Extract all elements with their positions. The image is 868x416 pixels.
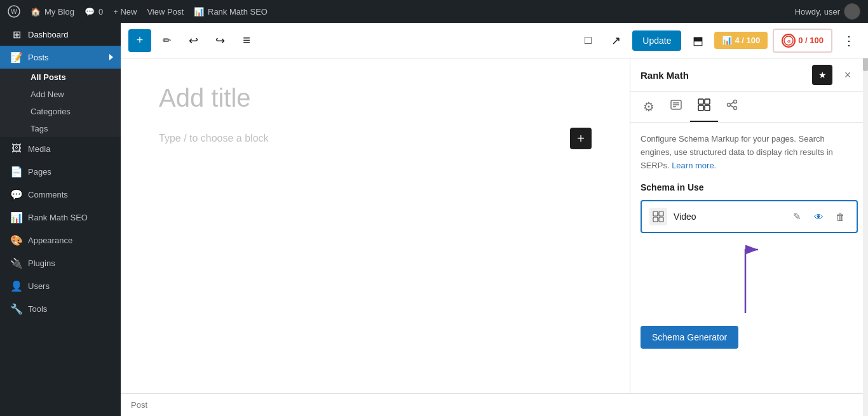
schema-card-icon [649, 208, 667, 225]
readability-score-button[interactable]: ◎ 0 / 100 [773, 29, 832, 53]
sidebar-item-posts[interactable]: 📝 Posts [0, 46, 121, 69]
editor-area: Add title Type / to choose a block + Ran… [121, 58, 868, 393]
users-icon: 👤 [10, 279, 23, 292]
editor-toolbar: + ✏ ↩ ↪ ≡ □ ↗ Update [121, 23, 868, 58]
tools-button[interactable]: ✏ [155, 29, 178, 52]
posts-icon: 📝 [10, 51, 23, 64]
add-block-button[interactable]: + [570, 128, 592, 149]
adminbar-new[interactable]: + New [113, 7, 137, 17]
schema-preview-button[interactable]: 👁 [810, 208, 827, 225]
tab-snippet[interactable] [662, 92, 690, 122]
appearance-icon: 🎨 [10, 234, 23, 246]
sidebar-item-appearance[interactable]: 🎨 Appearance [0, 229, 121, 252]
rank-math-sidebar-icon: 📊 [10, 211, 23, 224]
sidebar-item-pages[interactable]: 📄 Pages [0, 160, 121, 183]
svg-line-15 [731, 102, 734, 104]
redo-button[interactable]: ↪ [208, 29, 231, 52]
seo-score-icon: 📊 [722, 36, 732, 45]
add-block-toolbar-button[interactable]: + [128, 29, 151, 52]
main-content: + ✏ ↩ ↪ ≡ □ ↗ Update [121, 23, 868, 416]
schema-tab-icon [698, 98, 710, 114]
edit-icon: ✎ [793, 211, 801, 222]
sidebar-item-media[interactable]: 🖼 Media [0, 137, 121, 160]
svg-rect-8 [698, 99, 703, 104]
sidebar-subitem-add-new[interactable]: Add New [0, 86, 121, 103]
schema-in-use-label: Schema in Use [641, 182, 858, 192]
preview-icon: □ [585, 34, 592, 47]
sidebar-item-comments[interactable]: 💬 Comments [0, 183, 121, 206]
tab-settings[interactable]: ⚙ [635, 93, 662, 122]
wp-layout: ⊞ Dashboard 📝 Posts All Posts Add New Ca… [0, 23, 868, 416]
sidebar-item-users[interactable]: 👤 Users [0, 274, 121, 297]
svg-point-14 [734, 107, 737, 110]
svg-rect-9 [705, 99, 710, 104]
wp-logo[interactable]: W [8, 5, 20, 18]
social-tab-icon [726, 98, 738, 114]
learn-more-link[interactable]: Learn more. [672, 161, 716, 170]
close-icon: × [844, 69, 851, 82]
schema-card: Video ✎ 👁 🗑 [641, 200, 858, 233]
svg-rect-19 [653, 217, 658, 222]
posts-submenu: All Posts Add New Categories Tags [0, 69, 121, 137]
editor-canvas[interactable]: Add title Type / to choose a block + [121, 58, 630, 393]
rank-math-tabs: ⚙ [630, 92, 868, 123]
panel-scroll-thumb[interactable] [863, 58, 868, 71]
sidebar-item-rank-math[interactable]: 📊 Rank Math SEO [0, 206, 121, 229]
comments-sidebar-icon: 💬 [10, 188, 23, 201]
editor-footer: Post [121, 393, 868, 416]
undo-button[interactable]: ↩ [182, 29, 205, 52]
more-options-button[interactable]: ⋮ [837, 29, 860, 52]
svg-point-13 [728, 104, 731, 107]
dashboard-icon: ⊞ [10, 28, 23, 41]
sidebar-icon: ⬒ [693, 34, 703, 48]
rank-math-icon: 📊 [194, 7, 204, 17]
schema-generator-button[interactable]: Schema Generator [641, 326, 738, 349]
sidebar: ⊞ Dashboard 📝 Posts All Posts Add New Ca… [0, 23, 121, 416]
adminbar-site[interactable]: 🏠 My Blog [31, 7, 74, 17]
sidebar-item-plugins[interactable]: 🔌 Plugins [0, 252, 121, 274]
rank-math-star-button[interactable]: ★ [812, 65, 832, 85]
rank-math-close-button[interactable]: × [837, 65, 858, 85]
more-options-icon: ⋮ [843, 33, 855, 48]
rank-math-panel: Rank Math ★ × ⚙ [630, 58, 868, 393]
svg-line-16 [731, 105, 734, 107]
pages-icon: 📄 [10, 165, 23, 178]
rank-math-title: Rank Math [641, 70, 812, 81]
sidebar-subitem-categories[interactable]: Categories [0, 103, 121, 120]
sidebar-item-tools[interactable]: 🔧 Tools [0, 297, 121, 320]
adminbar-howdy[interactable]: Howdy, user [795, 3, 860, 20]
svg-rect-11 [705, 105, 710, 111]
adminbar-rank-math[interactable]: 📊 Rank Math SEO [194, 7, 268, 17]
adminbar-right: Howdy, user [795, 3, 860, 20]
rank-math-panel-content: Configure Schema Markup for your pages. … [630, 123, 868, 393]
tab-schema[interactable] [690, 92, 718, 122]
sidebar-subitem-all-posts[interactable]: All Posts [0, 69, 121, 86]
view-post-button[interactable]: ↗ [604, 29, 627, 52]
seo-score-button[interactable]: 📊 4 / 100 [714, 32, 768, 49]
footer-post-label: Post [131, 400, 147, 410]
toolbar-right: □ ↗ Update ⬒ 📊 4 / 100 ◎ [576, 29, 860, 53]
schema-delete-button[interactable]: 🗑 [831, 208, 849, 225]
schema-description: Configure Schema Markup for your pages. … [641, 133, 858, 172]
sidebar-subitem-tags[interactable]: Tags [0, 120, 121, 137]
delete-icon: 🗑 [836, 211, 845, 222]
schema-actions: ✎ 👁 🗑 [788, 208, 849, 225]
readability-circle: ◎ [782, 34, 796, 48]
update-button[interactable]: Update [632, 30, 681, 51]
adminbar-comments[interactable]: 💬 0 [85, 7, 103, 17]
schema-edit-button[interactable]: ✎ [788, 208, 806, 225]
avatar [844, 3, 860, 20]
adminbar-view-post[interactable]: View Post [147, 7, 184, 17]
tab-social[interactable] [718, 92, 746, 122]
svg-point-12 [734, 100, 737, 104]
document-overview-button[interactable]: ≡ [235, 29, 258, 52]
sidebar-item-dashboard[interactable]: ⊞ Dashboard [0, 23, 121, 46]
panel-scrollbar[interactable] [863, 58, 868, 393]
preview-button[interactable]: □ [576, 29, 599, 52]
sidebar-toggle-button[interactable]: ⬒ [686, 29, 709, 52]
post-title[interactable]: Add title [159, 84, 592, 112]
tools-icon: 🔧 [10, 302, 23, 315]
list-icon: ≡ [243, 33, 250, 48]
star-icon: ★ [818, 70, 827, 80]
home-icon: 🏠 [31, 7, 41, 17]
